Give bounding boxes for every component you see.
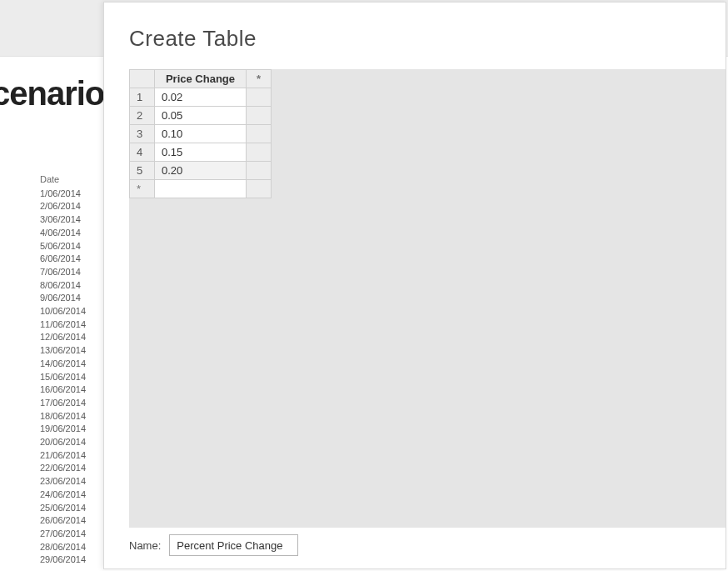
cell-add-column: [247, 125, 272, 143]
date-cell: 29/06/2014: [40, 553, 86, 567]
column-header-price-change[interactable]: Price Change: [155, 70, 247, 88]
date-cell: 9/06/2014: [40, 292, 86, 305]
date-cell: 11/06/2014: [40, 318, 86, 332]
date-cell: 15/06/2014: [40, 371, 86, 384]
row-number: 4: [130, 143, 155, 162]
date-cell: 18/06/2014: [40, 410, 86, 423]
name-label: Name:: [129, 539, 161, 552]
date-cell: 16/06/2014: [40, 383, 86, 397]
table-row[interactable]: 50.20: [130, 162, 272, 180]
date-cell: 4/06/2014: [40, 227, 86, 240]
date-cell: 14/06/2014: [40, 358, 86, 371]
date-cell: 5/06/2014: [40, 240, 86, 253]
date-cell: 3/06/2014: [40, 213, 86, 227]
row-number: 1: [130, 88, 155, 107]
date-cell: 13/06/2014: [40, 344, 86, 358]
table-row[interactable]: 20.05: [130, 107, 272, 125]
date-cell: 24/06/2014: [40, 488, 86, 502]
add-column-button[interactable]: *: [247, 70, 272, 88]
date-cell: 28/06/2014: [40, 541, 86, 554]
date-cell: 25/06/2014: [40, 502, 86, 515]
row-number-header: [130, 70, 155, 88]
background-title: cenario: [0, 75, 104, 113]
cell-price-change[interactable]: 0.20: [155, 162, 247, 180]
date-cell: 27/06/2014: [40, 528, 86, 541]
row-number: 3: [130, 125, 155, 143]
table-row[interactable]: 10.02: [130, 88, 272, 107]
date-cell: 10/06/2014: [40, 305, 86, 318]
data-grid[interactable]: Price Change * 10.0220.0530.1040.1550.20…: [129, 69, 272, 198]
dialog-title: Create Table: [129, 26, 257, 52]
date-cell: 19/06/2014: [40, 423, 86, 436]
cell-price-change[interactable]: 0.10: [155, 125, 247, 143]
new-row-indicator: *: [130, 180, 155, 198]
date-cell: 2/06/2014: [40, 200, 86, 213]
date-cell: 6/06/2014: [40, 253, 86, 266]
table-row[interactable]: 40.15: [130, 143, 272, 162]
row-number: 5: [130, 162, 155, 180]
cell-add-column: [247, 88, 272, 107]
cell-price-change[interactable]: 0.15: [155, 143, 247, 162]
date-cell: 21/06/2014: [40, 449, 86, 463]
row-number: 2: [130, 107, 155, 125]
cell-add-column: [247, 107, 272, 125]
create-table-dialog: Create Table Price Change * 10.0220.0530…: [103, 2, 726, 569]
date-cell: 17/06/2014: [40, 397, 86, 410]
date-cell: 1/06/2014: [40, 188, 86, 201]
date-column-header: Date: [40, 173, 86, 187]
new-row-cell[interactable]: [155, 180, 247, 198]
date-cell: 22/06/2014: [40, 462, 86, 475]
date-cell: 12/06/2014: [40, 331, 86, 344]
cell-add-column: [247, 180, 272, 198]
cell-add-column: [247, 162, 272, 180]
date-cell: 20/06/2014: [40, 436, 86, 449]
date-cell: 26/06/2014: [40, 514, 86, 528]
new-row[interactable]: *: [130, 180, 272, 198]
table-name-input[interactable]: [169, 534, 298, 556]
date-cell: 7/06/2014: [40, 266, 86, 279]
table-grid-area: Price Change * 10.0220.0530.1040.1550.20…: [129, 69, 726, 528]
date-cell: 8/06/2014: [40, 279, 86, 293]
cell-price-change[interactable]: 0.05: [155, 107, 247, 125]
background-date-column: Date 1/06/20142/06/20143/06/20144/06/201…: [40, 173, 86, 567]
cell-price-change[interactable]: 0.02: [155, 88, 247, 107]
table-row[interactable]: 30.10: [130, 125, 272, 143]
cell-add-column: [247, 143, 272, 162]
date-cell: 23/06/2014: [40, 475, 86, 488]
